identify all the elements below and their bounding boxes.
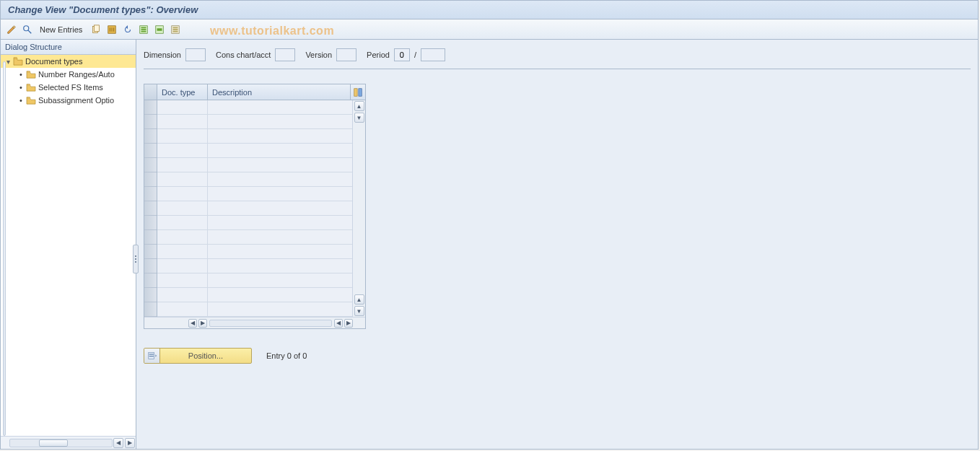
table-row[interactable] <box>157 158 352 172</box>
scroll-right-icon[interactable]: ▶ <box>344 319 353 328</box>
scroll-up-icon[interactable]: ▲ <box>354 294 364 305</box>
dimension-field-group: Dimension <box>144 48 206 61</box>
row-selector[interactable] <box>144 115 157 129</box>
svg-line-1 <box>28 30 31 32</box>
folder-open-icon <box>12 56 24 66</box>
tree-bullet-icon: • <box>17 70 25 79</box>
period-input-2[interactable] <box>421 48 445 61</box>
document-types-table: Doc. type Description ▲ ▼ ▲ <box>144 84 366 329</box>
svg-rect-16 <box>359 88 362 96</box>
row-selector[interactable] <box>144 187 157 201</box>
scroll-left-icon[interactable]: ◀ <box>188 319 197 328</box>
table-header-row: Doc. type Description <box>144 84 365 100</box>
row-selector[interactable] <box>144 259 157 273</box>
row-selector[interactable] <box>144 273 157 288</box>
position-icon <box>144 349 160 363</box>
dimension-input[interactable] <box>185 48 206 61</box>
column-header-doc-type[interactable]: Doc. type <box>157 84 208 100</box>
row-selector[interactable] <box>144 144 157 158</box>
folder-closed-icon <box>25 95 37 105</box>
table-row[interactable] <box>157 288 352 302</box>
table-row[interactable] <box>157 302 352 317</box>
select-block-icon[interactable] <box>153 23 166 36</box>
table-row[interactable] <box>157 187 352 201</box>
scroll-right-icon[interactable]: ▶ <box>125 438 135 448</box>
table-row[interactable] <box>157 115 352 129</box>
other-view-icon[interactable] <box>21 23 34 36</box>
row-selector[interactable] <box>144 100 157 115</box>
page-title: Change View "Document types": Overview <box>8 4 198 15</box>
table-row[interactable] <box>157 100 352 115</box>
row-selector[interactable] <box>144 201 157 216</box>
tree-node-selected-fs-items[interactable]: • Selected FS Items <box>14 81 136 94</box>
row-selector[interactable] <box>144 129 157 144</box>
tree-node-label: Number Ranges/Auto <box>38 70 115 79</box>
svg-rect-10 <box>157 28 162 31</box>
period-label: Period <box>367 51 390 59</box>
folder-closed-icon <box>25 69 37 79</box>
row-selector-strip <box>144 100 157 317</box>
content-area: Dialog Structure ▾ Document types • <box>1 40 978 449</box>
deselect-all-icon[interactable] <box>169 23 182 36</box>
row-selector[interactable] <box>144 288 157 302</box>
app-window: Change View "Document types": Overview N… <box>0 0 979 450</box>
left-tree-hscrollbar[interactable]: ◀ ▶ <box>1 436 136 449</box>
table-row[interactable] <box>157 273 352 288</box>
table-row[interactable] <box>157 216 352 230</box>
left-divider <box>3 61 6 436</box>
tree-node-number-ranges[interactable]: • Number Ranges/Auto <box>14 68 136 81</box>
row-selector[interactable] <box>144 302 157 317</box>
svg-rect-6 <box>141 27 146 28</box>
tree-children: • Number Ranges/Auto • Selected FS Items <box>1 68 136 107</box>
tree-node-subassignment-options[interactable]: • Subassignment Optio <box>14 94 136 107</box>
row-selector[interactable] <box>144 230 157 245</box>
row-selector[interactable] <box>144 172 157 187</box>
scroll-left-icon[interactable]: ◀ <box>334 319 343 328</box>
table-row[interactable] <box>157 201 352 216</box>
main-panel: Dimension Cons chart/acct Version Period… <box>136 40 978 449</box>
tree-node-label: Selected FS Items <box>38 83 103 92</box>
column-header-description[interactable]: Description <box>208 84 351 100</box>
scroll-left-icon[interactable]: ◀ <box>113 438 123 448</box>
select-all-column[interactable] <box>144 84 157 100</box>
scroll-down-icon[interactable]: ▼ <box>354 113 364 123</box>
cons-chart-label: Cons chart/acct <box>216 51 271 59</box>
undo-change-icon[interactable] <box>121 23 134 36</box>
scroll-track[interactable] <box>9 439 113 447</box>
table-row[interactable] <box>157 144 352 158</box>
cons-chart-input[interactable] <box>275 48 295 61</box>
position-button[interactable]: Position... <box>144 348 252 364</box>
row-selector[interactable] <box>144 216 157 230</box>
application-toolbar: New Entries <box>1 19 978 40</box>
row-selector[interactable] <box>144 158 157 172</box>
new-entries-button[interactable]: New Entries <box>37 25 87 34</box>
version-input[interactable] <box>336 48 356 61</box>
table-row[interactable] <box>157 259 352 273</box>
table-row[interactable] <box>157 129 352 144</box>
title-bar: Change View "Document types": Overview <box>1 1 978 19</box>
period-field-group: Period / <box>367 48 445 61</box>
version-field-group: Version <box>305 48 356 61</box>
copy-as-icon[interactable] <box>89 23 102 36</box>
scroll-up-icon[interactable]: ▲ <box>354 101 364 111</box>
table-hscrollbar[interactable]: ◀ ▶ ◀ ▶ <box>144 317 365 328</box>
splitter-handle[interactable] <box>133 245 139 273</box>
toggle-change-icon[interactable] <box>5 23 18 36</box>
scroll-thumb[interactable] <box>39 439 68 447</box>
table-row[interactable] <box>157 172 352 187</box>
table-row[interactable] <box>157 245 352 259</box>
table-row[interactable] <box>157 230 352 245</box>
select-all-icon[interactable] <box>137 23 150 36</box>
table-vscrollbar[interactable]: ▲ ▼ ▲ ▼ <box>352 100 365 317</box>
table-configuration-icon[interactable] <box>351 84 365 100</box>
tree-node-document-types[interactable]: ▾ Document types <box>1 55 136 68</box>
delete-icon[interactable] <box>105 23 118 36</box>
row-selector[interactable] <box>144 245 157 259</box>
scroll-track[interactable] <box>209 320 332 327</box>
dialog-structure-tree[interactable]: ▾ Document types • Number Ranges/Auto <box>1 55 136 436</box>
tree-bullet-icon: • <box>17 96 25 105</box>
period-input-1[interactable] <box>394 48 410 61</box>
scroll-down-icon[interactable]: ▼ <box>354 306 364 316</box>
scroll-right-icon[interactable]: ▶ <box>198 319 207 328</box>
svg-rect-8 <box>141 30 146 32</box>
